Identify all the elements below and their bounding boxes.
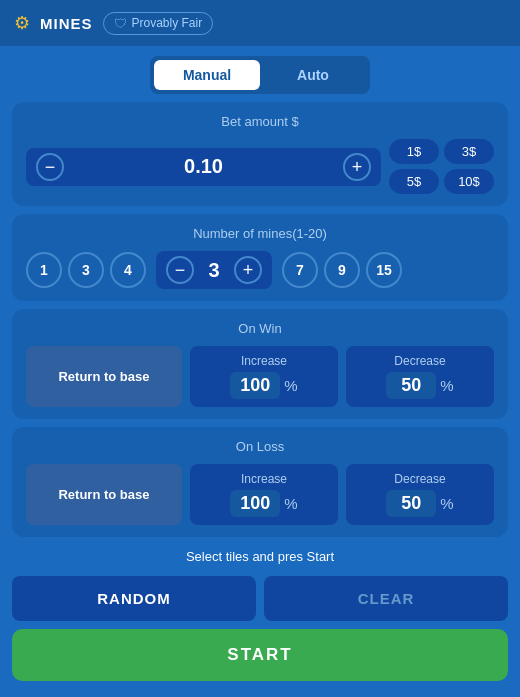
on-loss-title: On Loss (26, 439, 494, 454)
quick-bet-5[interactable]: 5$ (389, 169, 439, 194)
on-win-increase-label: Increase (200, 354, 328, 368)
on-loss-row: Return to base Increase 100 % Decrease 5… (26, 464, 494, 525)
on-loss-decrease-label: Decrease (356, 472, 484, 486)
provably-fair-badge[interactable]: 🛡 Provably Fair (103, 12, 214, 35)
mines-icon: ⚙ (14, 12, 30, 34)
on-loss-decrease-value: 50 (386, 490, 436, 517)
bottom-hint: Select tiles and pres Start (12, 549, 508, 564)
quick-bets: 1$ 3$ 5$ 10$ (389, 139, 494, 194)
random-button[interactable]: RANDOM (12, 576, 256, 621)
on-loss-decrease-value-row: 50 % (356, 490, 484, 517)
start-button[interactable]: START (12, 629, 508, 681)
on-loss-increase-label: Increase (200, 472, 328, 486)
on-win-increase-option: Increase 100 % (190, 346, 338, 407)
on-win-title: On Win (26, 321, 494, 336)
provably-fair-label: Provably Fair (132, 16, 203, 30)
mines-preset-7[interactable]: 7 (282, 252, 318, 288)
mines-panel: Number of mines(1-20) 1 3 4 − 3 + 7 9 15 (12, 214, 508, 301)
on-win-increase-value-row: 100 % (200, 372, 328, 399)
quick-bets-row1: 1$ 3$ (389, 139, 494, 164)
tab-switcher: Manual Auto (150, 56, 370, 94)
bet-amount-label: Bet amount $ (26, 114, 494, 129)
quick-bet-10[interactable]: 10$ (444, 169, 494, 194)
mines-preset-9[interactable]: 9 (324, 252, 360, 288)
bet-control: − 0.10 + (26, 148, 381, 186)
clear-button[interactable]: CLEAR (264, 576, 508, 621)
mines-decrease-button[interactable]: − (166, 256, 194, 284)
on-win-decrease-percent: % (440, 377, 453, 394)
on-win-increase-value: 100 (230, 372, 280, 399)
quick-bet-3[interactable]: 3$ (444, 139, 494, 164)
main-content: Manual Auto Bet amount $ − 0.10 + 1$ 3$ … (0, 46, 520, 691)
on-win-return-base-button[interactable]: Return to base (26, 346, 182, 407)
on-loss-decrease-option: Decrease 50 % (346, 464, 494, 525)
mines-preset-4[interactable]: 4 (110, 252, 146, 288)
on-loss-decrease-percent: % (440, 495, 453, 512)
bet-decrease-button[interactable]: − (36, 153, 64, 181)
on-win-decrease-value-row: 50 % (356, 372, 484, 399)
on-win-increase-percent: % (284, 377, 297, 394)
mines-increase-button[interactable]: + (234, 256, 262, 284)
on-win-decrease-value: 50 (386, 372, 436, 399)
on-win-decrease-label: Decrease (356, 354, 484, 368)
mines-row: 1 3 4 − 3 + 7 9 15 (26, 251, 494, 289)
quick-bet-1[interactable]: 1$ (389, 139, 439, 164)
mines-preset-1[interactable]: 1 (26, 252, 62, 288)
mines-preset-3[interactable]: 3 (68, 252, 104, 288)
on-win-decrease-option: Decrease 50 % (346, 346, 494, 407)
mines-label: Number of mines(1-20) (26, 226, 494, 241)
on-loss-increase-value: 100 (230, 490, 280, 517)
shield-icon: 🛡 (114, 16, 127, 31)
mines-value: 3 (202, 259, 226, 282)
on-loss-return-base-button[interactable]: Return to base (26, 464, 182, 525)
on-loss-panel: On Loss Return to base Increase 100 % De… (12, 427, 508, 537)
bet-amount-panel: Bet amount $ − 0.10 + 1$ 3$ 5$ 10$ (12, 102, 508, 206)
app-header: ⚙ MINES 🛡 Provably Fair (0, 0, 520, 46)
app-title: MINES (40, 15, 93, 32)
action-row: RANDOM CLEAR (12, 576, 508, 621)
bet-amount-row: − 0.10 + 1$ 3$ 5$ 10$ (26, 139, 494, 194)
mines-preset-15[interactable]: 15 (366, 252, 402, 288)
on-win-row: Return to base Increase 100 % Decrease 5… (26, 346, 494, 407)
mines-counter: − 3 + (156, 251, 272, 289)
on-loss-increase-percent: % (284, 495, 297, 512)
on-loss-increase-option: Increase 100 % (190, 464, 338, 525)
on-loss-increase-value-row: 100 % (200, 490, 328, 517)
tab-auto[interactable]: Auto (260, 60, 366, 90)
tab-manual[interactable]: Manual (154, 60, 260, 90)
bet-value: 0.10 (74, 155, 333, 178)
on-win-panel: On Win Return to base Increase 100 % Dec… (12, 309, 508, 419)
quick-bets-row2: 5$ 10$ (389, 169, 494, 194)
bet-increase-button[interactable]: + (343, 153, 371, 181)
